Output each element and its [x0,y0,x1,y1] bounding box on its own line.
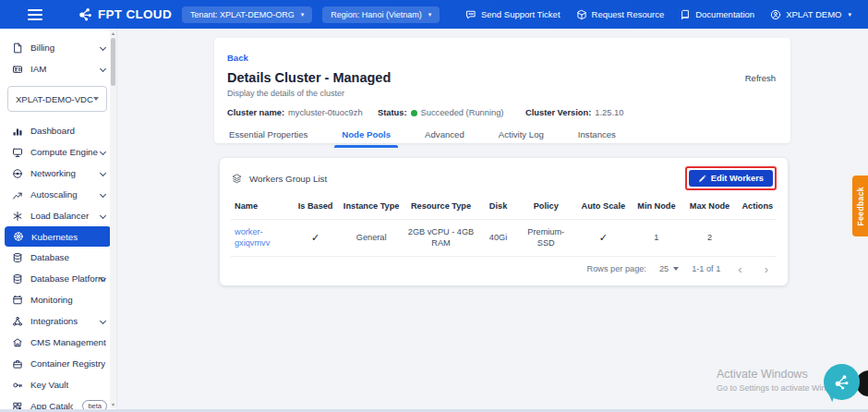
cluster-name-value: mycluster-0tuoc9zh [288,108,363,117]
sidebar-item-integrations[interactable]: Integrations [0,310,116,332]
next-page-button[interactable]: › [760,262,773,276]
resource-type-cell: 2GB vCPU - 4GB RAM [403,220,479,257]
chevron-down-icon [100,318,106,324]
pencil-icon [698,175,706,183]
sidebar-item-iam[interactable]: IAM [0,58,116,79]
sidebar-item-container-registry[interactable]: Container Registry [0,353,116,374]
send-support-ticket-link[interactable]: Send Support Ticket [465,9,561,20]
monitoring-icon [12,295,23,306]
back-link[interactable]: Back [227,53,248,63]
id-card-icon [12,64,23,75]
col-resource-type[interactable]: Resource Type [403,194,479,220]
col-disk[interactable]: Disk [479,194,517,220]
sidebar-item-cms-management[interactable]: CMS Management [0,332,116,353]
annotation-highlight-box: Edit Workers [685,166,777,190]
col-min-node[interactable]: Min Node [632,194,681,220]
beta-badge: beta [82,400,107,409]
integrations-nodes-icon [12,316,23,327]
topbar-links: Send Support Ticket Request Resource Doc… [465,9,868,20]
support-chat-icon [465,9,476,20]
table-row: worker-gxiqvmvv ✓ General 2GB vCPU - 4GB… [231,220,777,257]
app-window: FPT CLOUD Tenant: XPLAT-DEMO-ORG ▾ Regio… [0,0,868,412]
documentation-link[interactable]: Documentation [680,9,754,20]
region-selector[interactable]: Region: Hanoi (Vietnam) ▾ [322,6,440,23]
kubernetes-helm-icon [13,231,24,242]
sidebar-item-load-balancer[interactable]: Load Balancer [0,205,116,226]
workers-group-list-title: Workers Group List [231,173,327,185]
resource-box-icon [576,9,587,20]
cluster-tabs: Essential Properties Node Pools Advanced… [227,129,776,148]
tab-instances[interactable]: Instances [576,129,618,148]
tenant-selector[interactable]: Tenant: XPLAT-DEMO-ORG ▾ [182,6,312,23]
tab-activity-log[interactable]: Activity Log [497,129,546,148]
chevron-down-icon [673,267,679,271]
workers-table: Name Is Based Instance Type Resource Typ… [231,194,777,257]
database-icon [12,252,23,263]
rows-per-page-select[interactable]: 25 [659,264,679,273]
tab-node-pools[interactable]: Node Pools [340,129,392,148]
previous-page-button[interactable]: ‹ [733,262,746,276]
feedback-tab[interactable]: Feedback [852,176,868,236]
sidebar-item-app-catalogs[interactable]: App Catalogs beta [0,395,116,409]
tab-essential-properties[interactable]: Essential Properties [227,129,309,148]
disk-cell: 40Gi [479,220,517,257]
sidebar-scrollbar[interactable]: ▴ ▾ [110,30,116,408]
table-pagination: Rows per page: 25 1-1 of 1 ‹ › [231,257,777,282]
check-icon: ✓ [599,232,608,243]
sidebar-item-autoscaling[interactable]: Autoscaling [0,184,116,205]
chevron-down-icon [100,191,106,198]
cluster-name-label: Cluster name: [227,108,284,117]
col-is-based[interactable]: Is Based [291,194,340,220]
workers-layers-icon [231,173,243,185]
max-node-cell: 2 [681,220,739,257]
edit-workers-button[interactable]: Edit Workers [689,170,773,187]
chevron-down-icon [100,44,106,51]
chevron-down-icon [93,97,99,101]
user-menu[interactable]: XPLAT DEMO ▾ [770,9,851,20]
sidebar-item-database[interactable]: Database [0,247,116,268]
support-chat-bubble-button[interactable] [824,364,860,400]
status-label: Status: [378,108,407,117]
instance-type-cell: General [340,220,403,257]
app-grid-icon [12,401,23,410]
cluster-version-label: Cluster Version: [525,108,591,117]
request-resource-link[interactable]: Request Resource [576,9,665,20]
sidebar-item-networking[interactable]: Networking [0,163,116,184]
sidebar-item-compute-engine[interactable]: Compute Engine [0,141,116,163]
sidebar-item-key-vault[interactable]: Key Vault [0,374,116,395]
scroll-down-icon[interactable]: ▾ [110,401,116,408]
refresh-button[interactable]: Refresh [745,73,776,83]
table-header-row: Name Is Based Instance Type Resource Typ… [231,194,777,220]
status-value: Succeeded (Running) [421,108,504,117]
tab-advanced[interactable]: Advanced [423,129,466,148]
brand-name: FPT CLOUD [98,7,172,21]
sidebar-item-database-platform[interactable]: Database Platform [0,268,116,289]
scrollbar-thumb[interactable] [111,38,115,86]
min-node-cell: 1 [632,220,681,257]
billing-document-icon [12,42,23,54]
chevron-down-icon [100,170,106,176]
fpt-molecule-icon [833,373,850,391]
sidebar-item-monitoring[interactable]: Monitoring [0,289,116,310]
chevron-down-icon [100,149,106,155]
col-max-node[interactable]: Max Node [681,194,739,220]
menu-hamburger-icon[interactable] [28,9,42,20]
workers-group-card: Workers Group List Edit Workers Name Is … [220,158,788,285]
cluster-version-value: 1.25.10 [595,108,623,117]
col-name[interactable]: Name [231,194,291,220]
col-auto-scale[interactable]: Auto Scale [574,194,632,220]
col-instance-type[interactable]: Instance Type [340,194,403,220]
vdc-selector[interactable]: XPLAT-DEMO-VDC [7,86,107,112]
sidebar-item-billing[interactable]: Billing [0,37,116,58]
sidebar-item-kubernetes[interactable]: Kubernetes [5,226,111,247]
scroll-up-icon[interactable]: ▴ [110,30,116,37]
fpt-cloud-logo[interactable]: FPT CLOUD [78,6,172,22]
sidebar-item-dashboard[interactable]: Dashboard [0,120,116,141]
cluster-details-header-card: Back Details Cluster - Managed Refresh D… [214,38,790,143]
chevron-down-icon: ▾ [428,11,432,18]
worker-name-link[interactable]: worker-gxiqvmvv [235,227,270,248]
scaling-chart-icon [12,189,23,200]
book-icon [680,9,691,20]
col-policy[interactable]: Policy [517,194,574,220]
col-actions[interactable]: Actions [739,194,777,220]
